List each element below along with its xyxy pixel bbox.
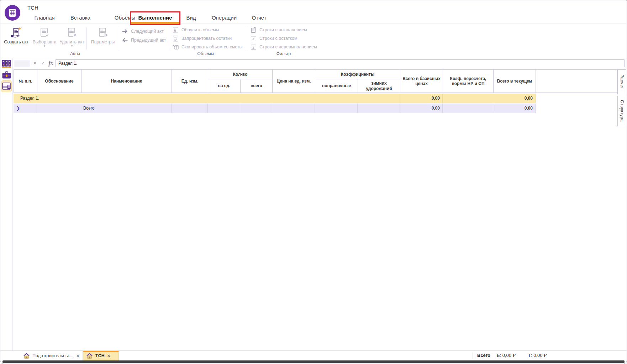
formula-cancel-icon[interactable]: ✕ bbox=[32, 59, 38, 67]
svg-text:Σ: Σ bbox=[252, 46, 254, 49]
ribbon-group-akty: Акты bbox=[56, 51, 95, 56]
app-logo-icon[interactable] bbox=[5, 5, 20, 21]
rows-remainder-icon: -Σ bbox=[251, 36, 257, 42]
percent-remainder-button[interactable]: 100, Запроцентовать остатки bbox=[173, 35, 232, 42]
select-act-button[interactable]: Выбор акта ▾ bbox=[29, 26, 60, 49]
briefcase-icon bbox=[2, 71, 11, 79]
side-tab-calc[interactable]: Расчет bbox=[617, 69, 626, 94]
col-header-recalc-coeff[interactable]: Коэф. пересчета, нормы НР и СП bbox=[443, 70, 494, 93]
formula-confirm-icon[interactable]: ✓ bbox=[40, 59, 46, 67]
tab-vstavka[interactable]: Вставка bbox=[70, 14, 90, 22]
next-act-button[interactable]: Следующий акт bbox=[122, 27, 164, 35]
parameters-label: Параметры bbox=[88, 40, 118, 44]
rows-remainder-label: Строки с остатком bbox=[259, 36, 297, 41]
col-header-coeff-corrective[interactable]: поправочные bbox=[315, 79, 358, 93]
document-title: ТСН bbox=[27, 5, 38, 11]
sidebar-item-estimate-active[interactable] bbox=[1, 80, 12, 92]
sidebar-item-workspace[interactable] bbox=[1, 70, 11, 80]
sidebar-item-projects[interactable] bbox=[1, 59, 11, 69]
total-coeff-winter-cell[interactable] bbox=[358, 104, 400, 113]
document-tab-tsn-active[interactable]: ТСН ✕ bbox=[83, 351, 119, 360]
create-act-button[interactable]: Создать акт bbox=[1, 26, 32, 49]
col-header-unit[interactable]: Ед. изм. bbox=[172, 70, 208, 93]
copy-volume-button[interactable]: Скопировать объем со сметы bbox=[173, 43, 243, 51]
svg-text:100,: 100, bbox=[174, 36, 177, 38]
formula-fx-icon[interactable]: fx bbox=[48, 59, 54, 67]
parameters-button[interactable]: Параметры bbox=[88, 26, 118, 49]
cell-reference-input[interactable] bbox=[14, 60, 30, 67]
percent-remainder-label: Запроцентовать остатки bbox=[181, 36, 232, 41]
col-header-unit-price[interactable]: Цена на ед. изм. bbox=[273, 70, 315, 93]
delete-act-icon bbox=[57, 26, 87, 39]
col-header-coeff-group[interactable]: Коэффициенты bbox=[315, 70, 400, 79]
app-window: ТСН Главная Вставка Объёмы Вид Операции … bbox=[0, 0, 627, 364]
col-header-qty-total[interactable]: всего bbox=[241, 79, 273, 93]
dropdown-caret-icon: ▾ bbox=[57, 44, 87, 47]
rows-overfulfilled-button[interactable]: Σ Строки с перевыполнением bbox=[251, 43, 317, 51]
total-qty-per-unit-cell[interactable] bbox=[208, 104, 240, 113]
rows-completed-label: Строки с выполнением bbox=[259, 27, 307, 32]
formula-input[interactable]: Раздел 1. bbox=[56, 59, 625, 67]
table-row-total[interactable]: ❯ Всего 0,00 0,00 bbox=[14, 104, 536, 113]
expand-row-icon[interactable]: ❯ bbox=[14, 104, 37, 113]
tab-vypolnenie[interactable]: Выполнение bbox=[138, 14, 172, 22]
col-header-qty-group[interactable]: Кол-во bbox=[208, 70, 273, 79]
col-header-num[interactable]: № п.п. bbox=[14, 70, 37, 93]
document-tab-podgotovitelny[interactable]: Подготовительны... ✕ bbox=[20, 351, 83, 360]
tab-glavnaya[interactable]: Главная bbox=[34, 14, 54, 22]
zero-volumes-button[interactable]: 0, X Обнулить объемы bbox=[173, 26, 219, 34]
create-act-icon bbox=[1, 26, 32, 39]
annotation-red-box: Выполнение bbox=[130, 11, 180, 25]
zero-volumes-icon: 0, X bbox=[173, 27, 179, 33]
tab-otchet[interactable]: Отчет bbox=[252, 14, 266, 22]
ribbon-separator bbox=[169, 27, 169, 49]
rows-completed-button[interactable]: Строки с выполнением bbox=[251, 26, 307, 34]
col-header-coeff-winter[interactable]: зимних удорожаний bbox=[358, 79, 400, 93]
tab-vid[interactable]: Вид bbox=[186, 14, 196, 22]
spreadsheet-glyph bbox=[8, 8, 17, 17]
tab-operacii[interactable]: Операции bbox=[212, 14, 237, 22]
total-qty-total-cell[interactable] bbox=[240, 104, 272, 113]
ribbon-separator bbox=[246, 27, 246, 49]
document-tab-label: Подготовительны... bbox=[32, 353, 74, 358]
status-current-total: Т: 0,00 ₽ bbox=[528, 350, 547, 360]
total-unit-cell[interactable] bbox=[172, 104, 208, 113]
close-icon[interactable]: ✕ bbox=[107, 353, 111, 358]
status-basis-total: Б: 0,00 ₽ bbox=[497, 350, 516, 360]
copy-volume-icon bbox=[173, 44, 179, 50]
close-icon[interactable]: ✕ bbox=[76, 353, 80, 358]
prev-act-button[interactable]: Предыдущий акт bbox=[122, 36, 166, 44]
total-coeff-corrective-cell[interactable] bbox=[315, 104, 358, 113]
active-document-tab-indicator bbox=[83, 351, 118, 352]
section-current-total-cell[interactable]: 0,00 bbox=[443, 94, 536, 103]
delete-act-button[interactable]: Удалить акт ▾ bbox=[57, 26, 87, 49]
total-recalc-coeff-cell[interactable] bbox=[443, 104, 493, 113]
total-justification-cell[interactable] bbox=[37, 104, 81, 113]
house-icon bbox=[23, 353, 30, 359]
binders-icon bbox=[2, 59, 11, 69]
total-current-total-cell[interactable]: 0,00 bbox=[493, 104, 536, 113]
col-header-justification[interactable]: Обоснование bbox=[37, 70, 81, 93]
rows-overfulfilled-label: Строки с перевыполнением bbox=[259, 44, 317, 49]
side-tab-structure[interactable]: Структура bbox=[617, 96, 626, 126]
total-name-cell[interactable]: Всего bbox=[81, 104, 172, 113]
status-total-label: Всего bbox=[477, 350, 490, 360]
table-row-section[interactable]: Раздел 1. 0,00 0,00 bbox=[14, 94, 536, 103]
house-icon bbox=[86, 353, 93, 359]
total-basis-total-cell[interactable]: 0,00 bbox=[400, 104, 443, 113]
window-bottom-edge bbox=[2, 360, 625, 363]
rows-completed-icon bbox=[251, 27, 257, 33]
percent-remainder-icon: 100, bbox=[173, 36, 179, 42]
rows-remainder-button[interactable]: -Σ Строки с остатком bbox=[251, 35, 297, 42]
document-tab-label: ТСН bbox=[95, 353, 105, 358]
section-label-cell[interactable]: Раздел 1. bbox=[14, 94, 400, 103]
section-basis-total-cell[interactable]: 0,00 bbox=[400, 94, 443, 103]
total-unit-price-cell[interactable] bbox=[272, 104, 315, 113]
active-tab-indicator bbox=[131, 22, 179, 24]
col-header-basis-total[interactable]: Всего в базисных ценах bbox=[400, 70, 443, 93]
col-header-current-total[interactable]: Всего в текущем bbox=[494, 70, 536, 93]
estimate-sheet-icon bbox=[2, 83, 11, 90]
col-header-name[interactable]: Наименование bbox=[81, 70, 172, 93]
col-header-qty-per-unit[interactable]: на ед. bbox=[208, 79, 241, 93]
copy-volume-label: Скопировать объем со сметы bbox=[181, 44, 243, 49]
